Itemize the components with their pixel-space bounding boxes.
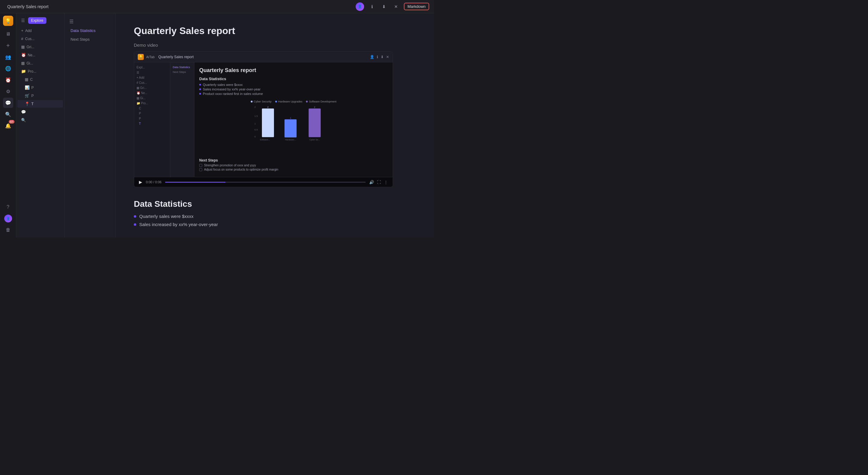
video-container: 💡 AITab Quarterly Sales report 👤 ℹ ⬇ ✕ E… <box>134 51 393 187</box>
video-nav-gri: ▦ Gri... <box>134 85 170 90</box>
nav-item-gi[interactable]: ▦ Gi... <box>18 59 63 67</box>
progress-bar[interactable] <box>165 182 366 183</box>
video-topbar-title: Quarterly Sales report <box>158 55 367 59</box>
sidebar-icon-desktop[interactable]: 🖥 <box>3 29 13 39</box>
progress-fill <box>165 182 225 183</box>
download-icon[interactable]: ⬇ <box>380 2 388 11</box>
video-bullet-2: Sales increased by xx% year-over-year <box>199 87 388 91</box>
video-content: Expl... ☰ + Add # Cus... ▦ Gri... ⏰ Ne..… <box>134 62 393 177</box>
video-nav-t: T <box>134 121 170 126</box>
sidebar-icon-help[interactable]: ? <box>3 202 13 212</box>
video-nav-add: + Add <box>134 75 170 80</box>
nav-clock-icon: ⏰ <box>21 53 26 57</box>
content-area: Quarterly Sales report Demo video 💡 AITa… <box>116 13 434 238</box>
hamburger-icon[interactable]: ☰ <box>20 17 26 24</box>
close-icon[interactable]: ✕ <box>392 2 400 11</box>
nav-item-chat[interactable]: 💬 <box>18 108 63 116</box>
page-title: Quarterly Sales report <box>134 25 416 36</box>
markdown-button[interactable]: Markdown <box>404 3 429 10</box>
main-layout: 💡 🖥 + 👥 🌐 ⏰ ⚙ 💬 🔍 🔔 ? 👤 🗑 ☰ Explore + Ad… <box>0 13 434 238</box>
fullscreen-icon[interactable]: ⛶ <box>377 180 381 185</box>
stats-dot-2 <box>134 223 136 226</box>
nav-bubble-icon: 💬 <box>21 110 26 114</box>
nav-subitem-t[interactable]: 📍 T <box>18 100 63 107</box>
left-nav-hamburger[interactable]: ☰ <box>64 17 116 26</box>
more-icon[interactable]: ⋮ <box>384 180 388 185</box>
nav-subitem-p1[interactable]: 📊 P <box>18 84 63 91</box>
topbar-title: Quarterly Sales report <box>7 4 355 9</box>
video-topbar-close[interactable]: ✕ <box>386 55 389 59</box>
topbar-icons: 👤 ℹ ⬇ ✕ Markdown <box>355 2 429 11</box>
video-topbar-info[interactable]: ℹ <box>377 55 378 59</box>
video-controls: ▶ 0:00 / 0:06 🔊 ⛶ ⋮ <box>134 177 393 187</box>
svg-rect-5 <box>262 108 274 137</box>
topbar: Quarterly Sales report 👤 ℹ ⬇ ✕ Markdown <box>0 0 434 13</box>
video-data-stats-title: Data Statistics <box>199 76 388 81</box>
nav-item-add[interactable]: + Add <box>18 27 63 34</box>
play-button[interactable]: ▶ <box>139 180 142 185</box>
video-main: Quarterly Sales report Data Statistics Q… <box>194 62 393 177</box>
left-nav-next-steps[interactable]: Next Steps <box>64 35 116 44</box>
sidebar-icon-trash[interactable]: 🗑 <box>3 225 13 235</box>
mini-checkbox-1 <box>199 164 202 167</box>
video-nav-ne: ⏰ Ne... <box>134 90 170 96</box>
info-icon[interactable]: ℹ <box>368 2 376 11</box>
chart-area: Cyber Security Hardware Upgrades Softwar… <box>199 100 388 156</box>
sidebar-icon-settings[interactable]: ⚙ <box>3 86 13 96</box>
video-topbar-logo: 💡 <box>138 54 144 60</box>
nav-item-search[interactable]: 🔍 <box>18 116 63 124</box>
nav-sidebar: ☰ Explore + Add # Cus... ▦ Gri... ⏰ Ne..… <box>16 13 64 238</box>
video-left-nav: Expl... ☰ + Add # Cus... ▦ Gri... ⏰ Ne..… <box>134 62 170 177</box>
sidebar-icon-user-avatar[interactable]: 👤 <box>3 213 13 224</box>
sidebar-icon-users[interactable]: 👥 <box>3 52 13 62</box>
video-topbar-download[interactable]: ⬇ <box>381 55 384 59</box>
legend-dot-software <box>306 101 308 102</box>
nav-search-icon: 🔍 <box>21 118 26 122</box>
stats-bullet-1: Quarterly sales were $xxxx <box>134 214 416 219</box>
left-nav-data-statistics[interactable]: Data Statistics <box>64 26 116 35</box>
video-ctrl-icons: 🔊 ⛶ ⋮ <box>369 180 388 185</box>
nav-subitem-p2[interactable]: 🛒 P <box>18 92 63 99</box>
nav-item-pro[interactable]: 📁 Pro... <box>18 67 63 75</box>
svg-text:0: 0 <box>254 135 256 138</box>
nav-hash-icon: # <box>21 36 23 41</box>
video-doc-data-statistics: Data Statistics <box>170 65 194 70</box>
sidebar-icon-globe[interactable]: 🌐 <box>3 63 13 73</box>
nav-item-grid[interactable]: ▦ Gri... <box>18 43 63 51</box>
svg-text:Hardware...: Hardware... <box>285 139 296 141</box>
sidebar-icon-bell[interactable]: 🔔 <box>3 121 13 131</box>
video-nav-explore: Expl... <box>134 65 170 70</box>
explore-button[interactable]: Explore <box>28 17 46 24</box>
user-avatar-icon[interactable]: 👤 <box>355 2 364 11</box>
video-nav-c: C <box>134 106 170 111</box>
svg-text:1: 1 <box>254 122 256 125</box>
svg-text:2: 2 <box>254 106 256 108</box>
stats-bullet-text-2: Sales increased by xx% year-over-year <box>139 222 218 227</box>
stats-bullet-text-1: Quarterly sales were $xxxx <box>139 214 193 219</box>
sidebar-icon-clock[interactable]: ⏰ <box>3 75 13 85</box>
video-bullet-3: Product xxxx ranked first in sales volum… <box>199 92 388 96</box>
video-topbar-icons: 👤 ℹ ⬇ ✕ <box>370 55 389 59</box>
legend-hardware: Hardware Upgrades <box>275 100 303 103</box>
nav-chart-icon: 📊 <box>25 85 30 90</box>
sidebar-icon-add[interactable]: + <box>3 40 13 51</box>
svg-rect-6 <box>284 119 297 137</box>
svg-text:1.5: 1.5 <box>254 115 258 118</box>
svg-text:Cyber Se...: Cyber Se... <box>309 139 320 141</box>
nav-item-ne[interactable]: ⏰ Ne... <box>18 51 63 59</box>
video-bullet-1: Quarterly sales were $xxxx <box>199 83 388 87</box>
video-nav-pro: 📁 Pro... <box>134 101 170 106</box>
video-doc-next-steps: Next Steps <box>170 70 194 74</box>
volume-icon[interactable]: 🔊 <box>369 180 374 185</box>
sidebar-icon-chat[interactable]: 💬 <box>3 98 13 108</box>
nav-item-cus[interactable]: # Cus... <box>18 35 63 42</box>
svg-text:0.5: 0.5 <box>254 128 258 131</box>
sidebar-icon-search[interactable]: 🔍 <box>3 109 13 119</box>
nav-cart-icon: 🛒 <box>25 93 30 98</box>
nav-folder-icon: 📁 <box>21 69 26 73</box>
video-topbar: 💡 AITab Quarterly Sales report 👤 ℹ ⬇ ✕ <box>134 52 393 62</box>
video-nav-gi: ▦ Gi... <box>134 96 170 101</box>
nav-subitem-c[interactable]: ▦ C <box>18 76 63 83</box>
video-topbar-avatar[interactable]: 👤 <box>370 55 374 59</box>
icon-sidebar: 💡 🖥 + 👥 🌐 ⏰ ⚙ 💬 🔍 🔔 ? 👤 🗑 <box>0 13 16 238</box>
